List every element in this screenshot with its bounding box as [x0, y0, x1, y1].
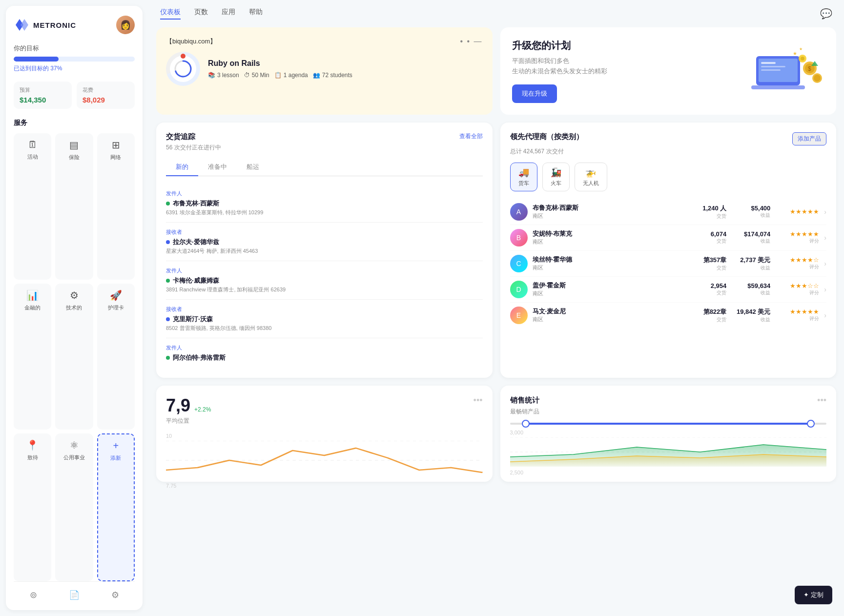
tab-shipping[interactable]: 船运 [237, 159, 269, 176]
delivery-address: 3891 Ranchview 理查森博士, 加利福尼亚州 62639 [166, 286, 483, 293]
progress-bar-fill [14, 57, 59, 62]
layers-icon[interactable]: ⊚ [30, 590, 37, 600]
service-network[interactable]: ⊞ 网络 [97, 133, 135, 280]
avg-position-card: 7,9 +2.2% 平均位置 ••• 10 7.75 [156, 386, 493, 482]
service-finance[interactable]: 📊 金融的 [14, 284, 51, 430]
sidebar-footer: ⊚ 📄 ⚙ [14, 581, 135, 600]
upgrade-text: 升级您的计划 平面插图和我们多色 生动的未混合紫色头发女士的精彩 现在升级 [512, 39, 737, 103]
service-insurance[interactable]: ▤ 保险 [55, 133, 93, 280]
nav-pages[interactable]: 页数 [194, 8, 208, 20]
slider-handle-right[interactable] [807, 420, 815, 428]
delivery-role: 发件人 [166, 267, 483, 274]
sidebar: METRONIC 👩 你的目标 已达到目标的 37% 预算 $14,350 花费… [6, 6, 143, 610]
nav-help[interactable]: 帮助 [249, 8, 263, 20]
delivery-name: 布鲁克林·西蒙斯 [166, 199, 483, 208]
upgrade-button[interactable]: 现在升级 [512, 84, 557, 103]
delivery-role: 发件人 [166, 344, 483, 351]
agent-name: 马文·麦金尼 [533, 307, 688, 316]
agent-avatar: D [510, 281, 528, 298]
gear-icon[interactable]: ⚙ [111, 590, 119, 600]
network-icon: ⊞ [112, 139, 120, 151]
course-header: 【biqubiqu.com】 • • — [166, 37, 483, 46]
service-technical[interactable]: ⚙ 技术的 [55, 284, 93, 430]
upgrade-card: 升级您的计划 平面插图和我们多色 生动的未混合紫色头发女士的精彩 现在升级 [500, 27, 837, 115]
delivery-name: 卡梅伦·威廉姆森 [166, 276, 483, 285]
nav-apps[interactable]: 应用 [222, 8, 235, 20]
activity-icon: 🗓 [28, 139, 38, 150]
course-title: Ruby on Rails [208, 59, 352, 68]
agent-transactions: 6,074 交货 [692, 230, 726, 245]
agent-tab-drone[interactable]: 🚁 无人机 [575, 163, 607, 191]
agent-tab-train[interactable]: 🚂 火车 [542, 163, 570, 191]
add-product-button[interactable]: 添加产品 [792, 132, 826, 145]
agent-revenue: 19,842 美元 收益 [731, 308, 770, 323]
service-activity[interactable]: 🗓 活动 [14, 133, 51, 280]
budget-label: 预算 [20, 86, 66, 94]
course-menu-dots[interactable]: • • — [460, 37, 482, 46]
agent-arrow-icon[interactable]: › [824, 311, 826, 319]
tab-preparing[interactable]: 准备中 [198, 159, 237, 176]
delivery-view-all[interactable]: 查看全部 [459, 132, 483, 141]
drone-label: 无人机 [583, 180, 599, 187]
customize-button[interactable]: ✦ 定制 [795, 586, 832, 604]
sales-menu-dots[interactable]: ••• [817, 395, 826, 406]
status-dot-blue [166, 317, 170, 321]
sales-y-3000: 3,000 [510, 430, 524, 435]
delivery-address: 星家大道2464号 梅萨, 新泽西州 45463 [166, 247, 483, 255]
service-nursing[interactable]: 🚀 护理卡 [97, 284, 135, 430]
agent-info: 马文·麦金尼 南区 [533, 307, 688, 323]
delivery-role: 发件人 [166, 190, 483, 197]
agent-transactions: 第822章 交货 [692, 308, 726, 323]
user-avatar[interactable]: 👩 [116, 16, 135, 34]
message-icon[interactable]: 💬 [820, 8, 832, 20]
course-body: Ruby on Rails 📚 3 lesson ⏱ 50 Min 📋 1 [166, 52, 483, 86]
delivery-item: 发件人 布鲁克林·西蒙斯 6391 埃尔金圣塞莱斯特, 特拉华州 10299 [166, 184, 483, 223]
service-public[interactable]: ⚛ 公用事业 [55, 433, 93, 581]
course-meta: 📚 3 lesson ⏱ 50 Min 📋 1 agenda 👥 [208, 72, 352, 79]
agent-region: 南区 [533, 238, 688, 246]
delivery-name: 克里斯汀·沃森 [166, 315, 483, 324]
nav-dashboard[interactable]: 仪表板 [160, 8, 181, 20]
sales-title: 销售统计 [510, 396, 539, 405]
agent-info: 埃丝特·霍华德 南区 [533, 255, 688, 271]
slider-area [510, 423, 827, 425]
tab-new[interactable]: 新的 [166, 159, 198, 176]
sales-y-2500: 2,500 [510, 470, 524, 475]
slider-handle-left[interactable] [522, 420, 530, 428]
svg-rect-8 [761, 69, 781, 71]
expense-card: 花费 $8,029 [77, 82, 135, 109]
agent-avatar: A [510, 203, 528, 221]
upgrade-illustration: $ ★ ★ [746, 41, 824, 100]
upgrade-desc: 平面插图和我们多色 生动的未混合紫色头发女士的精彩 [512, 56, 737, 77]
agent-arrow-icon[interactable]: › [824, 234, 826, 242]
avg-position-content: 7,9 +2.2% 平均位置 [166, 395, 211, 425]
reception-icon: 📍 [26, 439, 39, 451]
nav-links: 仪表板 页数 应用 帮助 [160, 8, 263, 20]
document-icon[interactable]: 📄 [69, 590, 80, 600]
agent-arrow-icon[interactable]: › [824, 208, 826, 216]
goal-percent: 已达到目标的 37% [14, 64, 135, 73]
agent-region: 南区 [533, 212, 688, 220]
avg-menu-dots[interactable]: ••• [473, 395, 483, 406]
delivery-name: 拉尔夫·爱德华兹 [166, 238, 483, 246]
service-grid: 🗓 活动 ▤ 保险 ⊞ 网络 📊 金融的 ⚙ 技术的 🚀 护理卡 📍 敖待 ⚛ [14, 133, 135, 581]
agent-revenue: $59,634 收益 [731, 282, 770, 296]
agent-rating: ★★★★☆ 评分 [775, 256, 819, 270]
agent-arrow-icon[interactable]: › [824, 286, 826, 293]
agent-tab-truck[interactable]: 🚚 货车 [510, 163, 537, 191]
sales-header: 销售统计 ••• [510, 395, 827, 406]
y-axis-775: 7.75 [166, 483, 176, 489]
status-dot-green [166, 356, 170, 360]
agent-row: D 盖伊·霍金斯 南区 2,954 交货 $59,634 收益 ★★★☆☆ 评分 [510, 277, 827, 303]
nursing-label: 护理卡 [108, 304, 124, 311]
course-students: 👥 72 students [313, 72, 352, 79]
agent-rating: ★★★★★ 评分 [775, 230, 819, 245]
train-icon: 🚂 [551, 167, 561, 178]
students-icon: 👥 [313, 72, 320, 79]
service-reception[interactable]: 📍 敖待 [14, 433, 51, 581]
agent-arrow-icon[interactable]: › [824, 260, 826, 267]
agent-name: 埃丝特·霍华德 [533, 255, 688, 264]
service-add[interactable]: + 添新 [97, 433, 135, 581]
delivery-tabs: 新的 准备中 船运 [166, 159, 483, 176]
nav-right: 💬 [820, 8, 832, 20]
